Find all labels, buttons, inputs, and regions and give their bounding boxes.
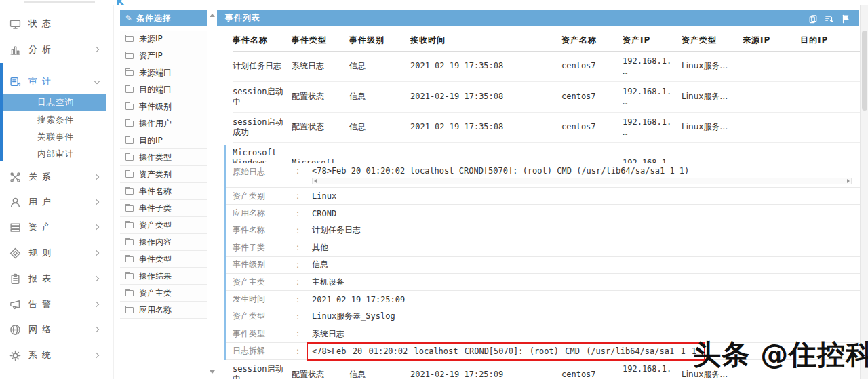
- detail-value: 主机设备: [312, 277, 344, 288]
- filter-item-app-name[interactable]: 应用名称: [120, 302, 207, 319]
- folder-icon: [125, 205, 134, 212]
- sidebar-item-search-condition[interactable]: 搜索条件: [3, 112, 106, 129]
- col-event-name[interactable]: 事件名称: [233, 31, 292, 51]
- chevron-right-icon: [94, 199, 99, 205]
- cell-recv-time: 2021-02-19 17:35:08: [410, 81, 561, 112]
- megaphone-icon: [9, 299, 21, 311]
- col-recv-time[interactable]: 接收时间: [410, 31, 561, 51]
- collapse-handle-icon[interactable]: K: [116, 0, 124, 8]
- cell-dest-ip: [800, 112, 860, 142]
- filter-label: 应用名称: [139, 304, 172, 316]
- filter-item-event-name[interactable]: 事件名称: [120, 183, 207, 200]
- sidebar-item-relations[interactable]: 关系: [0, 168, 112, 186]
- chevron-down-icon: [94, 79, 100, 84]
- detail-colon: :: [296, 226, 312, 235]
- filter-item-asset-category[interactable]: 资产类别: [120, 166, 207, 183]
- sidebar-item-analysis[interactable]: 分析: [0, 41, 112, 58]
- filter-item-asset-type[interactable]: 资产类型: [120, 217, 207, 234]
- detail-value-raw-log: <78>Feb 20 01:20:02 localhost CROND[5070…: [312, 166, 689, 176]
- sidebar-item-status[interactable]: 状态: [0, 15, 112, 33]
- sidebar-item-rules[interactable]: 规则: [0, 244, 112, 262]
- clipboard-icon: [9, 273, 21, 285]
- filter-item-op-type[interactable]: 操作类型: [120, 149, 207, 166]
- sidebar-subitem-label: 日志查询: [37, 97, 74, 108]
- col-dest-ip[interactable]: 目的IP: [800, 31, 860, 51]
- cell-asset-type: Linux服务…: [682, 51, 743, 81]
- folder-icon: [125, 36, 134, 42]
- filter-item-op-result[interactable]: 操作结果: [120, 268, 207, 285]
- flag-icon[interactable]: [841, 14, 850, 23]
- cell-source-ip: [743, 81, 800, 112]
- hscroll-left-icon[interactable]: [314, 179, 317, 183]
- filter-item-dest-ip[interactable]: 目的IP: [120, 132, 207, 149]
- filter-item-event-subclass[interactable]: 事件子类: [120, 200, 207, 217]
- sidebar-item-label: 用户: [28, 196, 56, 208]
- detail-row-raw-log: 原始日志 : <78>Feb 20 01:20:02 localhost CRO…: [226, 163, 860, 188]
- scroll-down-icon[interactable]: [210, 370, 215, 374]
- event-detail-panel: 原始日志 : <78>Feb 20 01:20:02 localhost CRO…: [224, 163, 860, 360]
- vertical-scrollbar[interactable]: [860, 5, 868, 379]
- filter-item-op-user[interactable]: 操作用户: [120, 115, 207, 132]
- cell-asset-type: Linux服务…: [682, 112, 743, 142]
- filter-label: 操作内容: [139, 237, 172, 248]
- filter-item-source-ip[interactable]: 来源IP: [120, 31, 207, 47]
- event-row[interactable]: session启动成功 配置状态 信息 2021-02-19 17:35:08 …: [233, 112, 860, 142]
- cell-event-level: 信息: [349, 112, 410, 142]
- filter-item-dest-port[interactable]: 目的端口: [120, 81, 207, 98]
- detail-label: 原始日志: [233, 166, 296, 178]
- watermark: 头条 @住控科技: [693, 336, 868, 374]
- sidebar-item-internal-audit[interactable]: 内部审计: [3, 146, 106, 163]
- col-asset-name[interactable]: 资产名称: [561, 31, 623, 51]
- filter-item-op-content[interactable]: 操作内容: [120, 234, 207, 251]
- filter-item-event-level[interactable]: 事件级别: [120, 98, 207, 115]
- detail-row-asset-type: 资产类型 : Linux服务器_Syslog: [226, 308, 860, 325]
- chevron-right-icon: [94, 174, 99, 180]
- detail-colon: :: [296, 209, 312, 218]
- sidebar-item-log-query[interactable]: 日志查询: [3, 94, 106, 111]
- sidebar-item-system[interactable]: 系统: [0, 346, 112, 364]
- condition-panel-header[interactable]: ✎ 条件选择: [120, 10, 207, 26]
- sidebar-item-correlated-events[interactable]: 关联事件: [3, 129, 106, 146]
- detail-colon: :: [296, 277, 312, 287]
- sidebar-item-audit[interactable]: 审计: [0, 73, 112, 90]
- detail-row-occur-time: 发生时间 : 2021-02-19 17:25:09: [226, 291, 860, 308]
- scroll-up-icon[interactable]: [210, 14, 215, 17]
- events-panel-header: 事件列表: [217, 10, 859, 26]
- sidebar-item-network[interactable]: 网络: [0, 321, 112, 338]
- detail-colon: :: [296, 243, 312, 252]
- col-event-level[interactable]: 事件级别: [349, 31, 410, 51]
- filter-item-event-type[interactable]: 事件类型: [120, 251, 207, 268]
- col-asset-ip[interactable]: 资产IP: [623, 31, 682, 51]
- detail-colon: :: [296, 191, 312, 201]
- cell-asset-name: centos7: [561, 81, 623, 112]
- horizontal-scrollbar[interactable]: [312, 178, 852, 184]
- detail-value: CROND: [312, 209, 336, 218]
- sidebar-subitem-label: 关联事件: [37, 132, 74, 143]
- sidebar-item-assets[interactable]: 资产: [0, 218, 112, 236]
- detail-row-event-name: 事件名称 : 计划任务日志: [226, 222, 860, 239]
- filter-item-source-port[interactable]: 来源端口: [120, 64, 207, 81]
- vertical-scrollbar-thumb[interactable]: [862, 31, 867, 111]
- chevron-right-icon: [94, 47, 99, 52]
- folder-icon: [125, 307, 134, 313]
- sort-desc-icon[interactable]: [825, 14, 834, 23]
- event-row[interactable]: 计划任务日志 系统日志 信息 2021-02-19 17:35:08 cento…: [233, 51, 860, 81]
- sidebar-item-reports[interactable]: 报表: [0, 270, 112, 287]
- sidebar-item-alerts[interactable]: 告警: [0, 296, 112, 313]
- col-source-ip[interactable]: 来源IP: [743, 31, 800, 51]
- user-icon: [9, 197, 21, 208]
- export-icon[interactable]: [808, 14, 818, 23]
- server-stack-icon: [9, 222, 21, 233]
- sidebar-item-users[interactable]: 用户: [0, 193, 112, 211]
- col-asset-type[interactable]: 资产类型: [682, 31, 743, 51]
- filter-item-asset-ip[interactable]: 资产IP: [120, 47, 207, 64]
- event-row[interactable]: session启动中 配置状态 信息 2021-02-19 17:35:08 c…: [233, 81, 860, 112]
- hscroll-right-icon[interactable]: [847, 179, 850, 183]
- col-event-type[interactable]: 事件类型: [292, 31, 349, 51]
- selected-row-indicator: [224, 145, 226, 163]
- filter-item-asset-mainclass[interactable]: 资产主类: [120, 285, 207, 302]
- detail-label: 日志拆解: [233, 345, 296, 357]
- detail-value: Linux: [312, 191, 336, 201]
- bar-chart-icon: [9, 44, 21, 56]
- detail-colon: :: [296, 329, 312, 338]
